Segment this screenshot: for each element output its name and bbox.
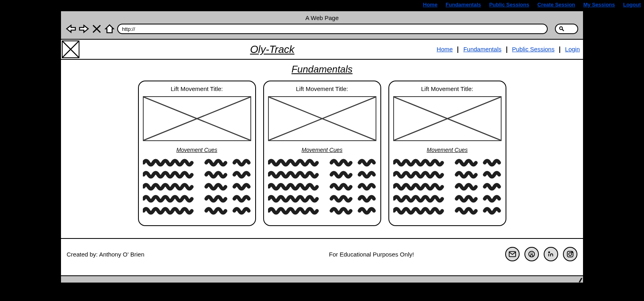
site-header: Oly-Track Home Fundamentals Public Sessi…	[61, 40, 583, 60]
social-links	[473, 247, 577, 261]
movement-card: Lift Movement Title: Movement Cues	[388, 81, 506, 226]
forward-icon[interactable]	[79, 24, 89, 34]
back-icon[interactable]	[66, 24, 76, 34]
svg-point-0	[560, 27, 563, 30]
ext-nav-logout[interactable]: Logout	[623, 2, 641, 8]
movement-card: Lift Movement Title: Movement Cues	[138, 81, 256, 226]
browser-window: A Web Page http:// Oly-Tr	[60, 10, 584, 283]
stop-icon[interactable]	[91, 24, 102, 34]
search-pill[interactable]	[555, 24, 578, 34]
site-footer: Created by: Anthony O' Brien For Educati…	[61, 238, 583, 269]
nav-separator	[506, 46, 507, 53]
nav-separator	[457, 46, 458, 53]
main-content: Fundamentals Lift Movement Title: Moveme…	[61, 60, 583, 238]
ext-nav-public-sessions[interactable]: Public Sessions	[489, 2, 529, 8]
logo-placeholder	[62, 40, 79, 58]
card-title: Lift Movement Title:	[143, 85, 251, 92]
nav-public-sessions[interactable]: Public Sessions	[512, 46, 555, 53]
svg-point-5	[569, 253, 571, 255]
image-placeholder	[393, 96, 502, 141]
nav-separator	[559, 46, 560, 53]
external-nav: Home Fundamentals Public Sessions Create…	[0, 0, 644, 10]
card-title: Lift Movement Title:	[268, 85, 376, 92]
page-viewport: Oly-Track Home Fundamentals Public Sessi…	[61, 39, 583, 275]
home-icon[interactable]	[104, 24, 115, 34]
card-row: Lift Movement Title: Movement Cues	[67, 81, 577, 226]
linkedin-icon[interactable]	[544, 247, 558, 261]
ext-nav-fundamentals[interactable]: Fundamentals	[446, 2, 481, 8]
url-bar[interactable]: http://	[117, 24, 548, 34]
placeholder-text-icon	[143, 158, 251, 218]
nav-fundamentals[interactable]: Fundamentals	[463, 46, 502, 53]
cues-heading: Movement Cues	[393, 147, 502, 153]
nav-home[interactable]: Home	[437, 46, 453, 53]
svg-point-3	[549, 252, 550, 253]
ext-nav-home[interactable]: Home	[423, 2, 437, 8]
ext-nav-create-session[interactable]: Create Session	[537, 2, 575, 8]
window-resize-bar: ///	[61, 275, 583, 283]
browser-title: A Web Page	[61, 11, 583, 24]
url-text: http://	[122, 26, 135, 32]
image-placeholder	[143, 96, 251, 141]
page-title: Fundamentals	[67, 64, 577, 75]
github-icon[interactable]	[524, 247, 539, 261]
site-nav: Home Fundamentals Public Sessions Login	[419, 46, 580, 53]
footer-note: For Educational Purposes Only!	[270, 251, 473, 258]
browser-toolbar: http://	[61, 24, 583, 39]
instagram-icon[interactable]	[563, 247, 577, 261]
nav-login[interactable]: Login	[565, 46, 580, 53]
placeholder-text-icon	[393, 158, 502, 218]
card-title: Lift Movement Title:	[393, 85, 502, 92]
movement-card: Lift Movement Title: Movement Cues	[263, 81, 381, 226]
footer-credit: Created by: Anthony O' Brien	[67, 251, 270, 258]
placeholder-text-icon	[268, 158, 376, 218]
cues-heading: Movement Cues	[268, 147, 376, 153]
ext-nav-my-sessions[interactable]: My Sessions	[583, 2, 615, 8]
cues-heading: Movement Cues	[143, 147, 251, 153]
image-placeholder	[268, 96, 376, 141]
site-title: Oly-Track	[125, 43, 419, 56]
mail-icon[interactable]	[505, 247, 520, 261]
resize-grip-icon[interactable]: ///	[578, 277, 581, 283]
svg-point-6	[572, 252, 573, 253]
